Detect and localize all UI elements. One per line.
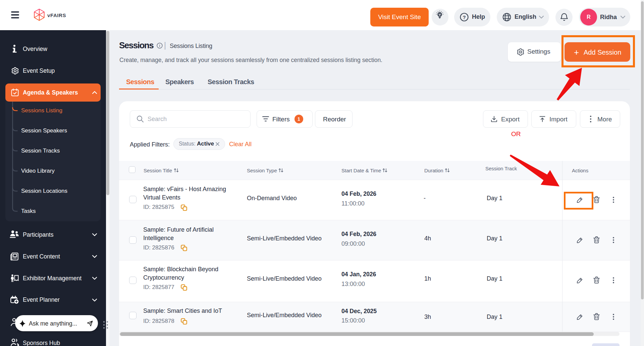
- svg-text:?: ?: [463, 14, 466, 20]
